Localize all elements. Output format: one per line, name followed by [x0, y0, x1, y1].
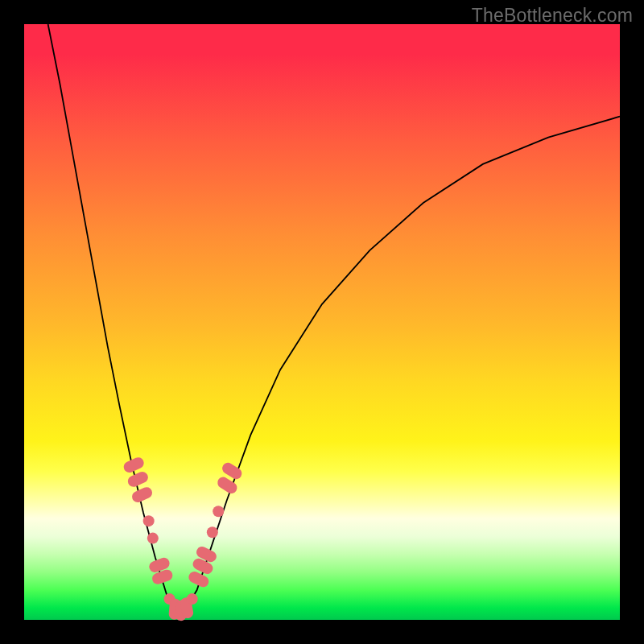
- bead-marker: [147, 533, 159, 544]
- curve-group: [48, 24, 620, 609]
- marker-group: [122, 456, 244, 621]
- bead-marker: [213, 506, 224, 517]
- chart-plot-area: [24, 24, 620, 620]
- bead-marker: [207, 526, 218, 538]
- watermark-text: TheBottleneck.com: [472, 5, 633, 27]
- chart-svg: [24, 24, 620, 620]
- bead-marker: [143, 515, 155, 526]
- right-curve: [185, 117, 620, 610]
- bead-marker: [126, 470, 150, 489]
- bead-marker: [187, 593, 198, 605]
- left-curve: [48, 24, 173, 609]
- bead-marker: [130, 485, 154, 504]
- chart-frame: TheBottleneck.com: [0, 0, 644, 644]
